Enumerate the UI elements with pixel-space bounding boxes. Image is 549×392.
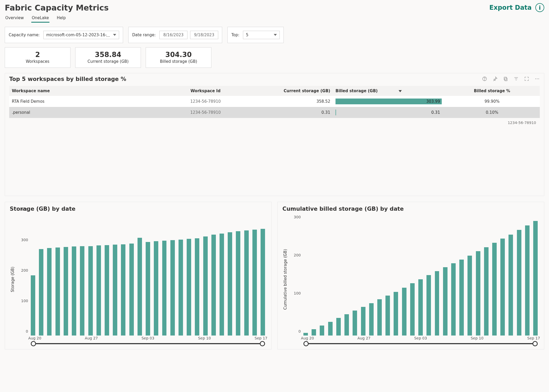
chart-bar[interactable] <box>353 311 357 336</box>
table-row[interactable]: RTA Field Demos 1234-56-78910 358.52 303… <box>9 96 540 107</box>
chart-bar[interactable] <box>467 256 472 336</box>
help-icon[interactable] <box>482 76 487 82</box>
chart-bar[interactable] <box>451 263 456 336</box>
col-current-storage[interactable]: Current storage (GB) <box>253 86 333 96</box>
chart-bar[interactable] <box>39 249 43 336</box>
chart-bar[interactable] <box>31 275 35 336</box>
col-workspace-name[interactable]: Workspace name <box>9 86 158 96</box>
chart-bar[interactable] <box>517 230 521 336</box>
capacity-filter-card: Capacity name: microsoft-com-05-12-2023-… <box>5 27 123 43</box>
workspace-table-title: Top 5 workspaces by billed storage % <box>9 76 126 82</box>
chart-bar[interactable] <box>187 239 191 336</box>
chart-bar[interactable] <box>80 246 84 336</box>
table-row[interactable]: .personal 1234-56-78910 0.31 0.31 0.10% <box>9 107 540 118</box>
chevron-down-icon <box>274 34 277 36</box>
chart-bars <box>303 216 538 336</box>
chart-bar[interactable] <box>312 329 316 336</box>
chart-bar[interactable] <box>220 234 224 336</box>
chart-bar[interactable] <box>533 221 538 336</box>
chart-bar[interactable] <box>402 288 406 336</box>
capacity-select[interactable]: microsoft-com-05-12-2023-16- ... <box>43 31 119 39</box>
chart-bar[interactable] <box>328 322 333 336</box>
slider-thumb-left[interactable] <box>303 341 309 346</box>
chart-bar[interactable] <box>344 314 349 336</box>
chart-bar[interactable] <box>228 232 232 336</box>
col-billed-storage[interactable]: Billed storage (GB) <box>333 86 444 96</box>
chart-bar[interactable] <box>410 283 415 336</box>
chart-bar[interactable] <box>509 235 513 336</box>
cumulative-billed-chart: Cumulative billed storage (GB) by date C… <box>277 202 544 349</box>
chart-bar[interactable] <box>525 225 530 336</box>
kpi-value: 2 <box>8 51 67 59</box>
chart-bar[interactable] <box>55 247 60 336</box>
more-icon[interactable] <box>535 76 540 82</box>
copy-icon[interactable] <box>503 76 508 82</box>
chart-bar[interactable] <box>244 230 249 336</box>
slider-thumb-right[interactable] <box>260 341 265 346</box>
chart-bar[interactable] <box>64 247 68 336</box>
chart-bar[interactable] <box>252 230 257 336</box>
date-end-input[interactable]: 9/18/2023 <box>190 31 218 39</box>
chart-bar[interactable] <box>476 251 480 336</box>
tab-overview[interactable]: Overview <box>5 14 24 23</box>
chart-bar[interactable] <box>138 238 142 336</box>
pin-icon[interactable] <box>492 76 498 82</box>
chart-bar[interactable] <box>361 307 365 336</box>
chart-bar[interactable] <box>96 245 101 336</box>
chart-bar[interactable] <box>195 238 199 336</box>
col-workspace-id[interactable]: Workspace Id <box>158 86 253 96</box>
chart-bar[interactable] <box>500 239 505 336</box>
chart-y-label: Storage (GB) <box>10 214 15 345</box>
info-icon[interactable]: i <box>535 3 544 12</box>
date-start-input[interactable]: 8/16/2023 <box>159 31 187 39</box>
chart-range-slider[interactable] <box>33 340 262 347</box>
chart-bar[interactable] <box>303 333 308 336</box>
chart-title: Storage (GB) by date <box>10 206 267 212</box>
slider-thumb-left[interactable] <box>31 341 36 346</box>
focus-mode-icon[interactable] <box>524 76 529 82</box>
chart-bar[interactable] <box>261 229 265 336</box>
chart-bar[interactable] <box>369 303 374 336</box>
filter-icon[interactable] <box>514 76 519 82</box>
chart-bar[interactable] <box>336 318 341 336</box>
chart-bar[interactable] <box>72 246 76 336</box>
chart-bar[interactable] <box>492 243 497 336</box>
col-billed-pct[interactable]: Billed storage % <box>444 86 540 96</box>
chart-bar[interactable] <box>443 267 448 336</box>
chart-bar[interactable] <box>162 241 167 336</box>
chevron-down-icon <box>113 34 116 36</box>
chart-bar[interactable] <box>426 275 431 336</box>
slider-thumb-right[interactable] <box>532 341 538 346</box>
top-select[interactable]: 5 <box>243 31 280 39</box>
cell-current-storage: 0.31 <box>253 107 333 118</box>
chart-bar[interactable] <box>236 231 240 336</box>
tab-help[interactable]: Help <box>56 14 66 23</box>
chart-bar[interactable] <box>484 247 489 336</box>
chart-bar[interactable] <box>113 245 117 336</box>
chart-bar[interactable] <box>154 241 158 336</box>
chart-bar[interactable] <box>377 299 382 336</box>
chart-bar[interactable] <box>170 240 175 336</box>
chart-bar[interactable] <box>418 279 423 336</box>
chart-bar[interactable] <box>320 326 324 336</box>
workspace-table: Workspace name Workspace Id Current stor… <box>9 86 540 118</box>
tab-onelake[interactable]: OneLake <box>31 14 49 23</box>
chart-bar[interactable] <box>385 296 390 336</box>
export-data-button[interactable]: Export Data i <box>489 3 544 12</box>
chart-bar[interactable] <box>435 271 439 336</box>
chart-bar[interactable] <box>459 260 464 336</box>
sort-desc-icon <box>399 90 402 92</box>
chart-bar[interactable] <box>179 240 183 336</box>
chart-bar[interactable] <box>394 292 398 336</box>
chart-bar[interactable] <box>47 248 52 336</box>
chart-bar[interactable] <box>211 235 216 336</box>
cell-billed-pct: 0.10% <box>444 107 540 118</box>
chart-bar[interactable] <box>146 242 150 336</box>
chart-bar[interactable] <box>203 236 208 336</box>
chart-bar[interactable] <box>121 244 125 336</box>
chart-bar[interactable] <box>105 245 109 336</box>
chart-bar[interactable] <box>88 246 93 336</box>
chart-y-axis: 0100200300 <box>288 214 301 336</box>
chart-range-slider[interactable] <box>306 340 535 347</box>
chart-bar[interactable] <box>129 244 134 336</box>
